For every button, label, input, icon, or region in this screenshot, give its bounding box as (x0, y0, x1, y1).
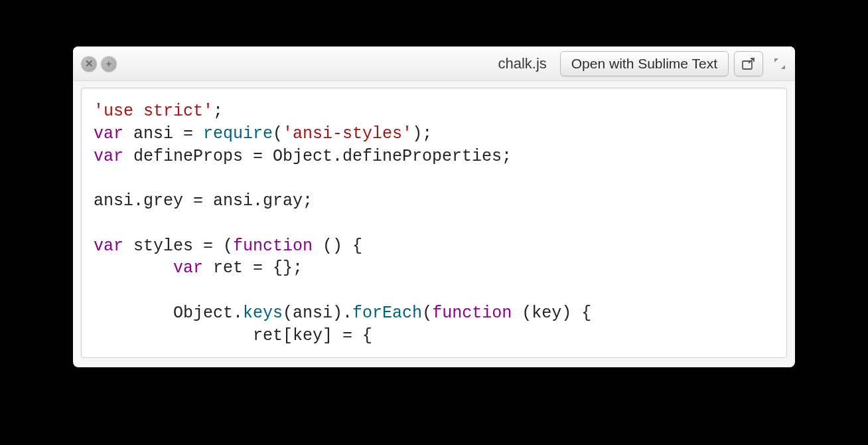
content-area: 'use strict'; var ansi = require('ansi-s… (73, 81, 795, 367)
code-token: Object. (94, 304, 243, 323)
code-token: 'ansi-styles' (283, 124, 412, 143)
code-token: ansi = (123, 124, 203, 143)
share-button[interactable] (734, 51, 763, 76)
code-token: keys (243, 304, 283, 323)
code-token: var (94, 236, 123, 256)
code-token: (key) { (512, 304, 591, 323)
quicklook-window: ✕ + chalk.js Open with Sublime Text 'use… (73, 46, 795, 367)
open-with-label: Open with Sublime Text (571, 56, 717, 72)
fullscreen-icon (773, 57, 786, 70)
code-token: styles = ( (123, 236, 233, 256)
document-title: chalk.js (498, 55, 546, 72)
code-preview[interactable]: 'use strict'; var ansi = require('ansi-s… (81, 88, 787, 358)
code-token: ( (422, 304, 432, 323)
fullscreen-button[interactable] (772, 56, 787, 71)
code-token: require (203, 124, 273, 143)
code-token: ); (412, 124, 432, 143)
titlebar: ✕ + chalk.js Open with Sublime Text (73, 46, 795, 81)
code-token: var (173, 258, 203, 278)
code-token (94, 258, 173, 278)
close-icon[interactable]: ✕ (81, 56, 97, 72)
code-token: function (233, 236, 313, 256)
code-token: function (432, 304, 512, 323)
code-token: ( (273, 124, 283, 143)
add-glyph: + (106, 58, 112, 68)
add-icon[interactable]: + (101, 56, 117, 72)
titlebar-left-controls: ✕ + (81, 56, 117, 72)
code-token: () { (313, 236, 362, 256)
code-token: (ansi). (283, 304, 352, 323)
svg-rect-0 (743, 61, 752, 69)
code-token: defineProps = Object.defineProperties; (123, 147, 512, 166)
share-icon (741, 57, 756, 70)
code-token: 'use strict' (94, 102, 213, 121)
code-token: ret = {}; (203, 258, 303, 278)
code-token: var (94, 124, 123, 143)
code-token: forEach (352, 304, 422, 323)
code-token: ret[key] = { (94, 326, 372, 345)
code-token: ; (213, 102, 223, 121)
code-token: ansi.grey = ansi.gray; (94, 191, 313, 211)
close-glyph: ✕ (85, 58, 94, 68)
open-with-button[interactable]: Open with Sublime Text (560, 51, 729, 76)
code-token: var (94, 147, 123, 166)
